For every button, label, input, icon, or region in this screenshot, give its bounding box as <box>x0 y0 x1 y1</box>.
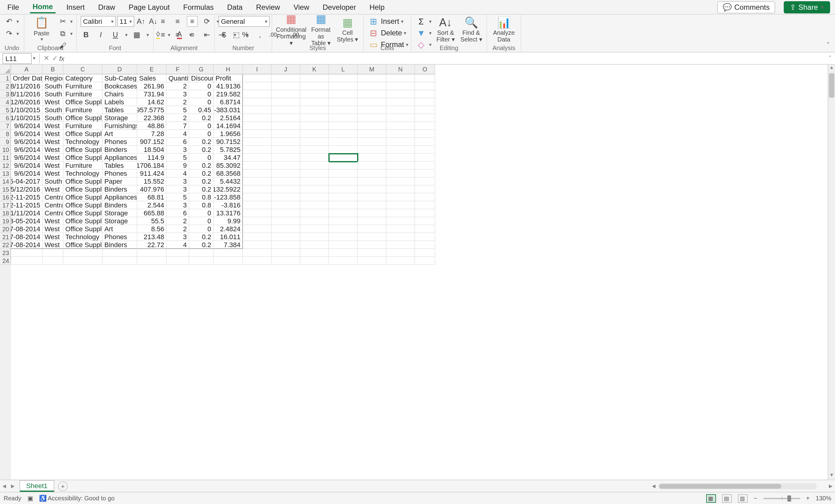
zoom-slider[interactable] <box>763 498 800 499</box>
row-header-4[interactable]: 4 <box>0 98 11 106</box>
cell-F19[interactable]: 2 <box>167 217 189 225</box>
cell-F20[interactable]: 2 <box>167 225 189 233</box>
cell-I18[interactable] <box>243 209 272 217</box>
cell-I16[interactable] <box>243 193 272 201</box>
cell-E1[interactable]: Sales <box>137 75 167 82</box>
enter-formula-button[interactable]: ✓ <box>50 54 59 62</box>
cell-N24[interactable] <box>386 257 415 265</box>
cell-D8[interactable]: Art <box>103 130 137 138</box>
cell-C4[interactable]: Office Supplies <box>63 98 103 106</box>
col-header-B[interactable]: B <box>43 65 63 75</box>
cell-E10[interactable]: 18.504 <box>137 146 167 154</box>
sheet-nav-prev[interactable]: ◄ <box>0 483 8 489</box>
row-header-14[interactable]: 14 <box>0 177 11 186</box>
cell-E24[interactable] <box>137 257 167 265</box>
cell-F4[interactable]: 2 <box>167 98 189 106</box>
cell-H20[interactable]: 2.4824 <box>213 225 243 233</box>
cell-L1[interactable] <box>329 75 358 82</box>
paste-button[interactable]: 📋 Paste ▾ <box>28 16 55 44</box>
cell-I21[interactable] <box>243 233 272 241</box>
cell-J15[interactable] <box>272 186 300 193</box>
cell-A2[interactable]: 8/11/2016 <box>11 82 43 90</box>
cell-A6[interactable]: 11/10/2015 <box>11 114 43 122</box>
align-left-button[interactable]: ≡ <box>158 29 168 40</box>
cell-L4[interactable] <box>329 98 358 106</box>
comments-button[interactable]: 💬 Comments <box>717 1 775 13</box>
cell-O1[interactable] <box>415 75 435 82</box>
cancel-formula-button[interactable]: ✕ <box>42 54 50 62</box>
cell-D15[interactable]: Binders <box>103 186 137 193</box>
expand-formula-bar-icon[interactable]: ˅ <box>825 55 835 62</box>
cell-C6[interactable]: Office Supplies <box>63 114 103 122</box>
currency-button[interactable]: $ <box>219 29 229 40</box>
cell-N3[interactable] <box>386 90 415 98</box>
cell-L17[interactable] <box>329 201 358 209</box>
cell-C1[interactable]: Category <box>63 75 103 82</box>
cell-A4[interactable]: 12/6/2016 <box>11 98 43 106</box>
cell-N7[interactable] <box>386 122 415 130</box>
cell-L13[interactable] <box>329 170 358 177</box>
cell-N8[interactable] <box>386 130 415 138</box>
row-header-18[interactable]: 18 <box>0 209 11 217</box>
cell-C15[interactable]: Office Supplies <box>63 186 103 193</box>
cell-H22[interactable]: 7.384 <box>213 241 243 249</box>
cell-H1[interactable]: Profit <box>213 75 243 82</box>
cell-O17[interactable] <box>415 201 435 209</box>
zoom-out-button[interactable]: − <box>754 495 757 502</box>
scrollbar-thumb[interactable] <box>829 73 834 98</box>
cell-B13[interactable]: West <box>43 170 63 177</box>
cell-D6[interactable]: Storage <box>103 114 137 122</box>
cell-L16[interactable] <box>329 193 358 201</box>
format-as-table-button[interactable]: ▦Format asTable ▾ <box>309 16 333 44</box>
cell-L8[interactable] <box>329 130 358 138</box>
cell-G18[interactable]: 0 <box>189 209 213 217</box>
cell-C12[interactable]: Furniture <box>63 162 103 170</box>
chevron-down-icon[interactable]: ▾ <box>17 31 19 36</box>
row-header-12[interactable]: 12 <box>0 162 11 170</box>
cell-K18[interactable] <box>300 209 329 217</box>
cell-B11[interactable]: West <box>43 154 63 162</box>
cell-I7[interactable] <box>243 122 272 130</box>
menu-formulas[interactable]: Formulas <box>181 2 216 13</box>
cell-E19[interactable]: 55.5 <box>137 217 167 225</box>
cell-D3[interactable]: Chairs <box>103 90 137 98</box>
redo-button[interactable]: ↷ <box>4 28 15 39</box>
cell-O19[interactable] <box>415 217 435 225</box>
cell-D5[interactable]: Tables <box>103 106 137 114</box>
cell-styles-button[interactable]: ▦CellStyles ▾ <box>335 16 360 44</box>
cell-G6[interactable]: 0.2 <box>189 114 213 122</box>
cell-F7[interactable]: 7 <box>167 122 189 130</box>
cell-H9[interactable]: 90.7152 <box>213 138 243 146</box>
align-top-button[interactable]: ≡ <box>158 16 168 27</box>
cell-D11[interactable]: Appliances <box>103 154 137 162</box>
row-header-22[interactable]: 22 <box>0 241 11 249</box>
cell-L6[interactable] <box>329 114 358 122</box>
cell-K15[interactable] <box>300 186 329 193</box>
cell-A5[interactable]: 11/10/2015 <box>11 106 43 114</box>
cell-O9[interactable] <box>415 138 435 146</box>
cell-L5[interactable] <box>329 106 358 114</box>
font-size-combo[interactable]: 11▾ <box>117 16 134 27</box>
cell-M4[interactable] <box>358 98 386 106</box>
cell-B16[interactable]: Central <box>43 193 63 201</box>
cell-K13[interactable] <box>300 170 329 177</box>
cell-N18[interactable] <box>386 209 415 217</box>
orientation-button[interactable]: ⟳ <box>201 16 212 27</box>
cell-A20[interactable]: 27-08-2014 <box>11 225 43 233</box>
cell-O23[interactable] <box>415 249 435 257</box>
cell-D12[interactable]: Tables <box>103 162 137 170</box>
cell-E5[interactable]: 957.5775 <box>137 106 167 114</box>
menu-developer[interactable]: Developer <box>320 2 358 13</box>
cell-F10[interactable]: 3 <box>167 146 189 154</box>
cell-B3[interactable]: South <box>43 90 63 98</box>
col-header-F[interactable]: F <box>167 65 189 75</box>
cell-E13[interactable]: 911.424 <box>137 170 167 177</box>
cell-J9[interactable] <box>272 138 300 146</box>
cell-D22[interactable]: Binders <box>103 241 137 249</box>
menu-file[interactable]: File <box>5 2 22 13</box>
cell-H15[interactable]: 132.5922 <box>213 186 243 193</box>
cell-I12[interactable] <box>243 162 272 170</box>
cell-A18[interactable]: 11/11/2014 <box>11 209 43 217</box>
cell-C10[interactable]: Office Supplies <box>63 146 103 154</box>
chevron-down-icon[interactable]: ▾ <box>33 56 35 61</box>
